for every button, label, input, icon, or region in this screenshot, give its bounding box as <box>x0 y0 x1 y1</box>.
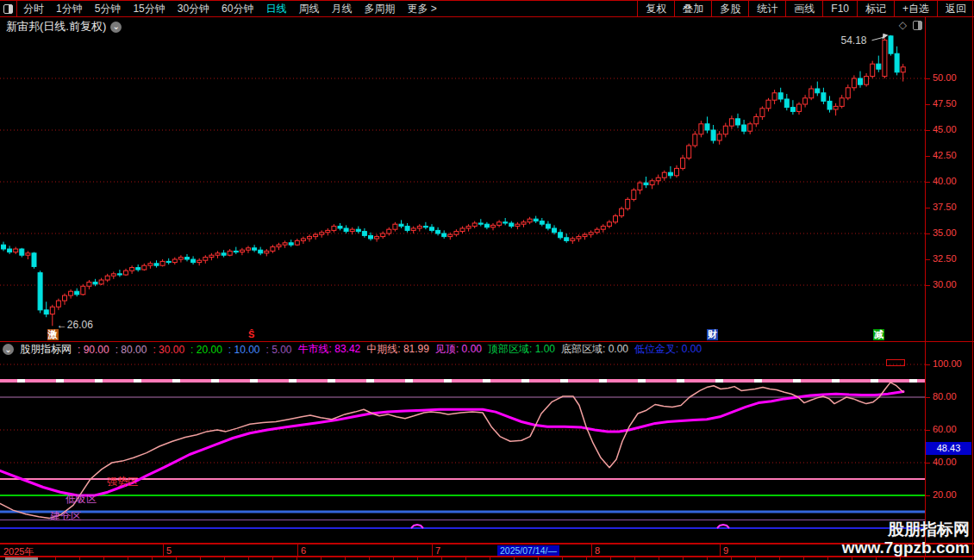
indicator-param: 见顶: 0.00 <box>435 342 482 357</box>
period-tab-30分钟[interactable]: 30分钟 <box>172 2 215 16</box>
candle-body <box>430 227 434 231</box>
candle-body <box>656 177 660 181</box>
candle-body <box>454 232 459 235</box>
candlestick-chart-canvas[interactable]: ←26.0654.18 <box>0 17 925 341</box>
month-label: 7 <box>435 545 440 556</box>
candle-body <box>736 119 740 125</box>
candle-body <box>681 158 685 168</box>
indicator-param: 顶部区域: 1.00 <box>488 342 555 357</box>
period-tab-分时[interactable]: 分时 <box>17 2 50 16</box>
candle-body <box>846 88 850 98</box>
candle-body <box>283 243 287 245</box>
period-tab-多周期[interactable]: 多周期 <box>358 2 401 16</box>
candle-body <box>858 78 863 84</box>
indicator-param: : 80.00 <box>116 344 147 356</box>
indicator-axis-tick <box>926 463 930 464</box>
low-price-label: ←26.06 <box>57 319 93 331</box>
candle-body <box>32 253 36 267</box>
candle-body <box>326 230 330 232</box>
month-tick <box>720 544 721 556</box>
candle-body <box>69 291 73 296</box>
candle-body <box>595 229 599 233</box>
tool-button-叠加[interactable]: 叠加 <box>674 1 711 16</box>
candle-body <box>166 261 171 262</box>
period-tab-15分钟[interactable]: 15分钟 <box>127 2 171 16</box>
period-tab-月线[interactable]: 月线 <box>325 2 358 16</box>
candle-body <box>93 282 97 283</box>
candle-body <box>105 276 109 280</box>
period-tab-周线[interactable]: 周线 <box>292 2 325 16</box>
candle-body <box>191 259 196 263</box>
period-tab-1分钟[interactable]: 1分钟 <box>50 2 89 16</box>
period-tab-更多 >[interactable]: 更多 > <box>401 2 442 16</box>
candle-body <box>247 248 251 250</box>
candle-body <box>503 222 508 223</box>
tool-button-复权[interactable]: 复权 <box>637 1 674 16</box>
indicator-axis-label: 40.00 <box>933 457 972 467</box>
candle-body <box>8 249 12 252</box>
candle-body <box>772 93 777 100</box>
candle-body <box>583 234 587 236</box>
tool-button-F10[interactable]: F10 <box>822 1 857 16</box>
candle-body <box>821 93 826 102</box>
tool-button-画线[interactable]: 画线 <box>785 1 822 16</box>
candle-body <box>111 274 116 276</box>
tool-button-+自选[interactable]: +自选 <box>894 1 937 16</box>
period-tab-日线[interactable]: 日线 <box>259 2 292 16</box>
indicator-chart-canvas[interactable] <box>0 358 925 543</box>
price-axis-tick <box>926 182 930 183</box>
candle-body <box>589 233 593 234</box>
indicator-chevron-icon[interactable]: ⌄ <box>3 344 14 355</box>
period-tab-5分钟[interactable]: 5分钟 <box>89 2 128 16</box>
candle-body <box>571 239 575 240</box>
candle-body <box>754 116 759 123</box>
event-marker-减: 减 <box>873 329 884 340</box>
candle-body <box>130 268 134 271</box>
candle-body <box>228 251 232 255</box>
tool-button-统计[interactable]: 统计 <box>748 1 785 16</box>
period-tab-60分钟[interactable]: 60分钟 <box>215 2 259 16</box>
price-axis-tick <box>926 156 930 157</box>
indicator-axis-tick <box>926 430 930 431</box>
candle-body <box>484 224 489 227</box>
month-label: 9 <box>723 545 728 556</box>
price-axis-tick <box>926 259 930 260</box>
zone-label-强势区: 强势区 <box>107 475 138 489</box>
candle-body <box>668 172 672 176</box>
candle-body <box>650 181 654 185</box>
candle-body <box>521 222 526 224</box>
candle-body <box>405 227 409 231</box>
candle-body <box>369 235 373 239</box>
selected-date-badge: 2025/07/14/— <box>497 545 559 556</box>
price-axis-label: 30.00 <box>933 279 972 289</box>
candle-body <box>601 227 605 230</box>
tool-button-多股[interactable]: 多股 <box>711 1 748 16</box>
event-marker-Ŝ: Ŝ <box>247 329 255 340</box>
candle-body <box>546 224 550 228</box>
candle-body <box>136 268 140 270</box>
candle-body <box>148 264 153 265</box>
candle-body <box>729 119 734 126</box>
window-split-button[interactable] <box>0 1 17 16</box>
tool-button-标记[interactable]: 标记 <box>857 1 894 16</box>
candle-body <box>748 124 752 131</box>
candle-body <box>577 237 581 239</box>
candle-body <box>124 271 128 275</box>
indicator-header: ⌄ 股朋指标网: 90.00: 80.00: 30.00: 20.00: 10.… <box>3 342 702 357</box>
candle-body <box>50 307 54 314</box>
indicator-param: : 10.00 <box>228 344 260 356</box>
candle-body <box>553 228 557 233</box>
candle-body <box>265 251 269 252</box>
indicator-param: 牛市线: 83.42 <box>298 342 361 357</box>
candle-body <box>289 243 293 245</box>
indicator-param: : 90.00 <box>78 344 109 356</box>
candle-body <box>253 248 257 250</box>
candle-body <box>271 247 275 252</box>
candle-body <box>662 172 666 177</box>
candle-body <box>466 227 471 228</box>
candle-body <box>895 53 899 72</box>
candle-body <box>815 89 820 93</box>
watermark-line1: 股朋指标网 <box>842 520 970 538</box>
candle-body <box>417 227 421 228</box>
tool-button-返回[interactable]: 返回 <box>937 1 974 16</box>
